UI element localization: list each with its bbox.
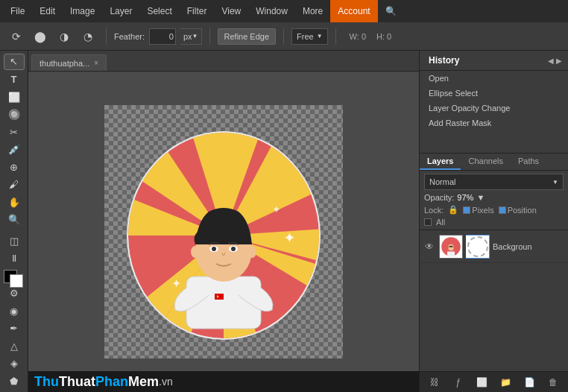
- svg-point-22: [191, 246, 200, 258]
- menu-layer[interactable]: Layer: [102, 0, 139, 22]
- svg-point-23: [247, 246, 256, 258]
- poly-lasso-btn[interactable]: ◑: [54, 26, 75, 47]
- history-tab[interactable]: History: [426, 54, 462, 67]
- all-checkbox[interactable]: [424, 218, 432, 226]
- new-group-btn[interactable]: 📁: [498, 375, 513, 390]
- menu-view[interactable]: View: [214, 0, 248, 22]
- healing-tool[interactable]: ⊕: [4, 159, 25, 175]
- add-mask-btn[interactable]: ⬜: [475, 375, 490, 390]
- menu-account[interactable]: Account: [330, 0, 377, 22]
- menu-search[interactable]: 🔍: [378, 0, 404, 22]
- dodge-tool[interactable]: ⚙: [4, 285, 25, 302]
- panel-collapse-btn[interactable]: ◀ ▶: [548, 57, 562, 65]
- gradient-tool[interactable]: ◫: [4, 233, 25, 250]
- all-lock-row: All: [424, 218, 564, 227]
- pixels-checkbox[interactable]: [463, 206, 470, 214]
- blend-dropdown-arrow: ▼: [552, 179, 558, 186]
- select-type-label: Free: [297, 32, 314, 41]
- lasso-btn[interactable]: ⬤: [30, 26, 51, 47]
- svg-text:✦: ✦: [272, 203, 281, 215]
- link-layers-btn[interactable]: ⛓: [427, 375, 442, 390]
- main-layout: ↖ T ⬜ 🔘 ✂ 💉 ⊕ 🖌 ✋ 🔍 ◫ Ⅱ ⚙ ◉ ✒ △ ◈ ⬟ thut…: [0, 51, 568, 392]
- text-tool[interactable]: T: [4, 72, 25, 88]
- opacity-dropdown-icon[interactable]: ▼: [476, 193, 485, 202]
- shape-tools: ⟳ ⬤ ◑ ◔: [6, 26, 98, 47]
- height-display: H: 0: [376, 32, 391, 41]
- zoom-tool[interactable]: 🔍: [4, 212, 25, 228]
- layer-row-background[interactable]: 👁 Backgroun: [420, 230, 568, 263]
- opacity-row: Opacity: 97% ▼: [424, 193, 564, 202]
- position-lock[interactable]: Position: [499, 206, 537, 215]
- feather-dropdown-icon: ▼: [192, 33, 198, 39]
- eraser-tool[interactable]: ◈: [4, 355, 25, 372]
- select-type-dropdown[interactable]: Free ▼: [291, 28, 328, 45]
- width-display: W: 0: [350, 32, 366, 41]
- delete-layer-btn[interactable]: 🗑: [546, 375, 561, 390]
- ellipse-select-btn[interactable]: ⟳: [6, 26, 27, 47]
- watermark-thuat: Thuat: [59, 374, 95, 390]
- paint-bucket-tool[interactable]: Ⅱ: [4, 250, 25, 267]
- collapse-icon: ◀ ▶: [548, 57, 562, 65]
- menu-file[interactable]: File: [3, 0, 32, 22]
- menu-more[interactable]: More: [295, 0, 330, 22]
- menu-edit[interactable]: Edit: [32, 0, 63, 22]
- clone-tool[interactable]: 🖌: [4, 177, 25, 193]
- menu-filter[interactable]: Filter: [180, 0, 215, 22]
- menu-select[interactable]: Select: [139, 0, 179, 22]
- layer-style-btn[interactable]: ƒ: [451, 375, 466, 390]
- refine-edge-btn[interactable]: Refine Edge: [218, 28, 277, 45]
- svg-text:✦: ✦: [171, 277, 181, 290]
- opacity-label: Opacity:: [424, 193, 454, 202]
- tab-channels[interactable]: Channels: [461, 154, 510, 170]
- position-checkbox[interactable]: [499, 206, 506, 214]
- feather-input[interactable]: [149, 28, 176, 45]
- layer-thumbnail: [439, 235, 463, 259]
- history-raster[interactable]: Add Raster Mask: [420, 116, 568, 130]
- separator-3: [283, 28, 284, 45]
- tab-layers[interactable]: Layers: [420, 154, 461, 170]
- eyedropper-tool[interactable]: 💉: [4, 142, 25, 158]
- menu-image[interactable]: Image: [63, 0, 102, 22]
- lock-row: Lock: 🔒 Pixels Position: [424, 205, 564, 215]
- smudge-tool[interactable]: ⬟: [4, 373, 25, 390]
- svg-point-20: [212, 247, 216, 251]
- lasso-tool[interactable]: 🔘: [4, 107, 25, 123]
- magic-lasso-btn[interactable]: ◔: [78, 26, 98, 47]
- crop-tool[interactable]: ✂: [4, 124, 25, 140]
- menu-window[interactable]: Window: [248, 0, 295, 22]
- feather-unit[interactable]: px ▼: [180, 28, 202, 45]
- tab-bar: thuthuatpha... ×: [28, 51, 419, 72]
- tab-paths[interactable]: Paths: [511, 154, 546, 170]
- new-layer-btn[interactable]: 📄: [522, 375, 537, 390]
- document-tab[interactable]: thuthuatpha... ×: [31, 54, 107, 71]
- color-swatches[interactable]: [2, 268, 26, 285]
- pixels-lock[interactable]: Pixels: [463, 206, 493, 215]
- pixels-label: Pixels: [472, 206, 493, 215]
- watermark-phan: Phan: [95, 374, 128, 390]
- canvas-frame: ✦ ✦ ✦: [104, 105, 343, 358]
- opacity-value[interactable]: 97%: [457, 193, 473, 202]
- watermark-thu: Thu: [34, 374, 59, 390]
- select-type-arrow: ▼: [317, 33, 323, 39]
- marquee-tool[interactable]: ⬜: [4, 89, 25, 105]
- svg-point-29: [448, 244, 454, 250]
- shape-tool[interactable]: △: [4, 338, 25, 355]
- svg-text:✦: ✦: [283, 230, 296, 246]
- close-tab-btn[interactable]: ×: [94, 59, 98, 67]
- blur-tool[interactable]: ◉: [4, 303, 25, 320]
- right-panel: History ◀ ▶ Open Ellipse Select Layer Op…: [419, 51, 568, 392]
- history-ellipse[interactable]: Ellipse Select: [420, 86, 568, 101]
- all-label: All: [436, 218, 445, 227]
- history-open[interactable]: Open: [420, 71, 568, 86]
- history-opacity[interactable]: Layer Opacity Change: [420, 101, 568, 116]
- blend-row: Normal ▼: [424, 174, 564, 190]
- layers-controls: Normal ▼ Opacity: 97% ▼ Lock: 🔒 Pixels: [420, 171, 568, 230]
- feather-unit-label: px: [183, 32, 192, 41]
- canvas-content[interactable]: ✦ ✦ ✦: [28, 72, 419, 392]
- blend-mode-select[interactable]: Normal ▼: [424, 174, 564, 190]
- hand-tool[interactable]: ✋: [4, 194, 25, 210]
- layer-visibility-toggle[interactable]: 👁: [423, 240, 436, 253]
- pen-tool[interactable]: ✒: [4, 320, 25, 337]
- move-tool[interactable]: ↖: [4, 54, 25, 70]
- layer-mask-thumb: [466, 235, 490, 259]
